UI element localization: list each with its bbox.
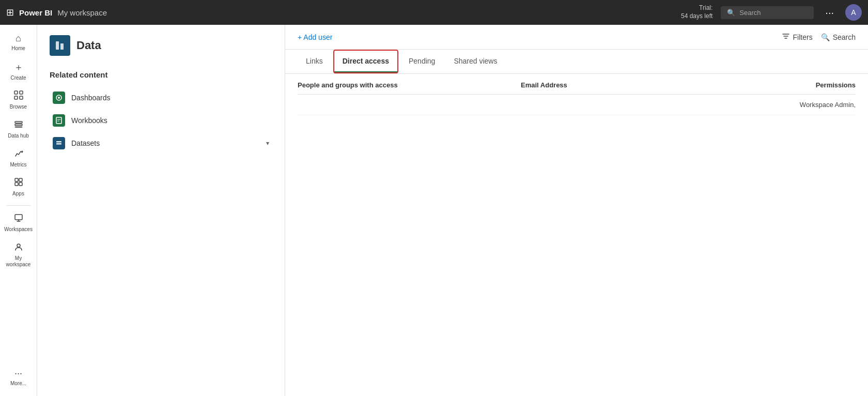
more-icon: ··· — [14, 368, 22, 379]
right-panel: + Add user Filters 🔍 Search Links — [285, 25, 868, 396]
svg-rect-2 — [14, 96, 18, 99]
grid-icon[interactable]: ⊞ — [6, 7, 14, 18]
search-placeholder-top: Search — [739, 9, 761, 17]
search-right-button[interactable]: 🔍 Search — [821, 33, 856, 41]
dataset-icon — [53, 137, 65, 149]
svg-rect-14 — [56, 41, 59, 50]
datahub-icon — [14, 119, 23, 131]
svg-rect-0 — [14, 91, 18, 94]
data-icon-box — [50, 35, 70, 56]
svg-point-17 — [58, 97, 60, 99]
sidebar-label-home: Home — [11, 45, 25, 52]
sidebar-label-create: Create — [10, 75, 26, 81]
right-toolbar: + Add user Filters 🔍 Search — [285, 25, 868, 50]
sidebar-label-datahub: Data hub — [8, 133, 29, 139]
nav-label-dashboards: Dashboards — [71, 94, 111, 102]
nav-item-datasets[interactable]: Datasets ▾ — [50, 133, 272, 154]
page-title: Data — [76, 39, 101, 52]
nav-item-workbooks[interactable]: Workbooks — [50, 110, 272, 131]
tabs-row: Links Direct access Pending Shared views — [285, 50, 868, 74]
tab-direct-access-wrapper: Direct access — [333, 50, 398, 73]
workspaces-icon — [14, 213, 23, 225]
avatar[interactable]: A — [845, 4, 862, 21]
apps-icon — [14, 177, 23, 189]
nav-label-datasets: Datasets — [71, 139, 100, 147]
svg-rect-1 — [20, 91, 23, 94]
svg-point-7 — [21, 151, 23, 153]
sidebar-label-myworkspace: My workspace — [3, 255, 34, 268]
sidebar: ⌂ Home ＋ Create Browse Data hub Metrics — [0, 25, 37, 396]
browse-icon — [14, 90, 23, 102]
sidebar-divider — [6, 205, 31, 206]
svg-rect-4 — [15, 121, 22, 123]
sidebar-item-workspaces[interactable]: Workspaces — [1, 209, 36, 237]
sidebar-item-datahub[interactable]: Data hub — [1, 115, 36, 143]
table-area: People and groups with access Email Addr… — [285, 74, 868, 396]
tab-links[interactable]: Links — [298, 51, 331, 72]
tab-shared-views[interactable]: Shared views — [445, 51, 505, 72]
sidebar-item-home[interactable]: ⌂ Home — [1, 29, 36, 56]
svg-rect-10 — [15, 182, 18, 186]
svg-point-13 — [17, 244, 20, 247]
svg-rect-5 — [15, 124, 22, 126]
svg-rect-9 — [19, 178, 22, 181]
tab-direct-access[interactable]: Direct access — [334, 51, 397, 72]
filters-icon — [782, 32, 790, 42]
page-header: Data — [50, 35, 272, 56]
sidebar-label-workspaces: Workspaces — [4, 226, 33, 233]
search-icon-right: 🔍 — [821, 33, 830, 41]
sidebar-item-create[interactable]: ＋ Create — [1, 57, 36, 85]
search-icon-top: 🔍 — [727, 9, 735, 17]
sidebar-item-myworkspace[interactable]: My workspace — [1, 238, 36, 272]
brand-text: Power BI — [19, 8, 52, 17]
workspace-text: My workspace — [57, 8, 107, 17]
col-header-permissions: Permissions — [744, 81, 856, 89]
svg-rect-20 — [56, 143, 61, 145]
metrics-icon — [14, 148, 23, 160]
workbook-icon — [53, 114, 65, 127]
sidebar-item-apps[interactable]: Apps — [1, 173, 36, 201]
main-layout: ⌂ Home ＋ Create Browse Data hub Metrics — [0, 25, 868, 396]
table-header-row: People and groups with access Email Addr… — [298, 74, 856, 95]
left-panel: Data Related content Dashboards Workbook… — [37, 25, 285, 396]
content-area: Data Related content Dashboards Workbook… — [37, 25, 868, 396]
sidebar-item-browse[interactable]: Browse — [1, 86, 36, 114]
sidebar-item-metrics[interactable]: Metrics — [1, 144, 36, 172]
add-user-button[interactable]: + Add user — [298, 33, 332, 41]
tab-pending[interactable]: Pending — [400, 51, 443, 72]
svg-rect-18 — [56, 117, 61, 124]
col-header-people: People and groups with access — [298, 81, 521, 89]
svg-rect-3 — [20, 96, 23, 99]
nav-item-dashboards[interactable]: Dashboards — [50, 87, 272, 108]
svg-rect-12 — [15, 215, 22, 220]
filters-button[interactable]: Filters — [782, 32, 813, 42]
topbar: ⊞ Power BI My workspace Trial: 54 days l… — [0, 0, 868, 25]
svg-rect-19 — [56, 141, 61, 143]
myworkspace-icon — [14, 242, 23, 254]
table-row: Workspace Admin, — [298, 95, 856, 115]
sidebar-label-metrics: Metrics — [10, 162, 26, 168]
sidebar-item-more[interactable]: ··· More... — [1, 364, 36, 391]
sidebar-label-apps: Apps — [12, 191, 24, 197]
datasets-chevron: ▾ — [266, 140, 269, 147]
related-content-title: Related content — [50, 70, 272, 79]
svg-rect-6 — [15, 127, 22, 128]
more-button-top[interactable]: ··· — [822, 5, 837, 21]
svg-rect-15 — [60, 43, 64, 50]
row-permissions: Workspace Admin, — [744, 101, 856, 109]
sidebar-label-more: More... — [10, 380, 26, 387]
search-box-top[interactable]: 🔍 Search — [721, 6, 814, 19]
nav-label-workbooks: Workbooks — [71, 116, 107, 125]
home-icon: ⌂ — [16, 33, 21, 44]
sidebar-label-browse: Browse — [10, 104, 27, 110]
svg-rect-8 — [15, 178, 18, 181]
trial-badge: Trial: 54 days left — [681, 4, 712, 20]
col-header-email: Email Address — [521, 81, 744, 89]
create-icon: ＋ — [14, 61, 23, 73]
dashboard-icon — [53, 92, 65, 104]
svg-rect-11 — [19, 182, 22, 186]
